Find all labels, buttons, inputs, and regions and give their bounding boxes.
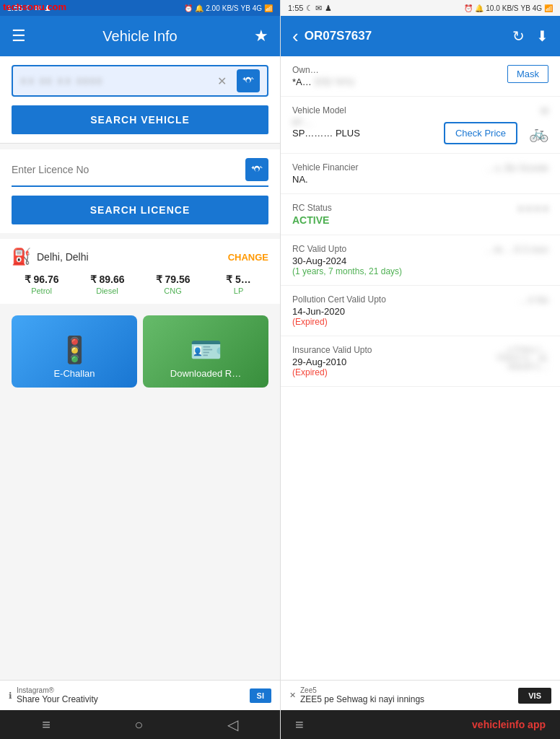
fuel-prices-row: ₹ 96.76 Petrol ₹ 89.66 Diesel ₹ 79.56 CN… (12, 274, 268, 295)
financier-right-blur: …s, Bo Scoote (486, 162, 548, 173)
lp-label: LP (209, 287, 268, 295)
cng-price: ₹ 79.56 CNG (143, 274, 203, 295)
insurance-row: Insurance Valid Upto 29-Aug-2010 (Expire… (281, 336, 560, 387)
vehicle-model-row: Vehicle Model H*… SP……… PLUS M Check Pri… (281, 97, 560, 154)
rc-valid-upto-row: RC Valid Upto 30-Aug-2024 (1 years, 7 mo… (281, 235, 560, 286)
rc-valid-duration: (1 years, 7 months, 21 days) (292, 266, 486, 276)
echallan-icon: 🚦 (58, 335, 91, 365)
rc-status-value: ACTIVE (292, 214, 518, 226)
ad-info-icon: ℹ (9, 691, 12, 701)
vehicle-model-value-blur1: H*… (292, 117, 444, 128)
left-panel: techsonu.com 1:55 ☾ ✉ ♟ ⏰🔔2.00KB/SYB 4G📶… (0, 0, 280, 739)
vehicle-model-value: SP……… PLUS (292, 128, 444, 139)
camera-scan-btn[interactable] (237, 69, 260, 92)
echallan-card[interactable]: 🚦 E-Challan (12, 315, 137, 388)
vehicle-reg-preview: XX 00 XX 0000 ✕ (12, 65, 268, 97)
fuel-location-text: Delhi, Delhi (37, 251, 89, 263)
vehicle-detail-content: Own… *A… S*D *A*U Mask Vehicle Model H*…… (281, 56, 560, 680)
fuel-location-left: ⛽ Delhi, Delhi (12, 248, 89, 266)
service-cards: 🚦 E-Challan 🪪 Downloaded R… (0, 310, 280, 393)
vehicle-model-right: M Check Price 🚲 (444, 105, 548, 144)
watermark: techsonu.com (0, 0, 69, 14)
ad-cta-button[interactable]: SI (250, 688, 271, 703)
licence-camera-btn[interactable] (245, 158, 268, 181)
rc-status-row: RC Status ACTIVE ● ● ● ● (281, 194, 560, 235)
insurance-status: (Expired) (292, 367, 476, 377)
fuel-section: ⛽ Delhi, Delhi CHANGE ₹ 96.76 Petrol ₹ 8… (0, 239, 280, 304)
reg-blur-text: XX 00 XX 0000 (20, 76, 103, 87)
petrol-price: ₹ 96.76 Petrol (12, 274, 71, 295)
right-header: ‹ OR07S7637 ↻ ⬇ (281, 16, 560, 56)
search-vehicle-button[interactable]: SEARCH VEHICLE (12, 105, 268, 134)
vehicle-financier-row: Vehicle Financier NA. …s, Bo Scoote (281, 154, 560, 194)
right-ad-source: Zee5 (300, 686, 424, 694)
vehicle-model-right-blur: M (541, 105, 548, 116)
petrol-label: Petrol (12, 287, 71, 295)
owner-value: *A… (292, 76, 312, 87)
right-ad-left: ✕ Zee5 ZEE5 pe Sehwag ki nayi innings (289, 686, 424, 704)
pollution-status: (Expired) (292, 317, 519, 327)
right-ad-banner: ✕ Zee5 ZEE5 pe Sehwag ki nayi innings VI… (281, 680, 560, 710)
vehicle-model-label: Vehicle Model (292, 105, 444, 115)
nav-home-icon[interactable]: ○ (134, 717, 143, 733)
owner-value-blurred: S*D *A*U (315, 76, 354, 87)
vehicle-search-section: XX 00 XX 0000 ✕ SEARCH VEHICLE (0, 56, 280, 144)
lp-price-value: ₹ 5… (209, 274, 268, 285)
lp-price: ₹ 5… LP (209, 274, 268, 295)
nav-back-icon[interactable]: ◁ (227, 716, 238, 733)
mask-button[interactable]: Mask (507, 65, 548, 83)
search-licence-button[interactable]: SEARCH LICENCE (12, 196, 268, 224)
pollution-left: Pollution Cert Valid Upto 14-Jun-2020 (E… (292, 294, 519, 327)
echallan-label: E-Challan (53, 368, 95, 379)
nav-menu-icon[interactable]: ≡ (42, 717, 51, 733)
right-nav-ham-icon[interactable]: ≡ (295, 717, 304, 733)
insurance-left: Insurance Valid Upto 29-Aug-2010 (Expire… (292, 345, 476, 377)
diesel-price-value: ₹ 89.66 (77, 274, 137, 285)
right-ad-close-icon[interactable]: ✕ (289, 691, 296, 700)
rc-valid-left: RC Valid Upto 30-Aug-2024 (1 years, 7 mo… (292, 244, 486, 276)
fuel-change-button[interactable]: CHANGE (228, 252, 268, 263)
plate-number-title: OR07S7637 (305, 29, 512, 43)
bike-icon: 🚲 (529, 124, 548, 143)
pollution-cert-row: Pollution Cert Valid Upto 14-Jun-2020 (E… (281, 286, 560, 336)
right-nav-bar: ≡ vehicleinfo app (281, 710, 560, 739)
diesel-price: ₹ 89.66 Diesel (77, 274, 137, 295)
ad-banner-left: ℹ Instagram® Share Your Creativity (9, 686, 98, 704)
app-header: ☰ Vehicle Info ★ (0, 16, 280, 56)
right-status-icons: ☾ ✉ ♟ (306, 4, 331, 13)
rc-valid-label: RC Valid Upto (292, 244, 486, 254)
owner-detail-left: Own… *A… S*D *A*U (292, 65, 507, 87)
fuel-pump-icon: ⛽ (12, 248, 31, 266)
pollution-label: Pollution Cert Valid Upto (292, 294, 519, 305)
download-icon[interactable]: ⬇ (536, 27, 548, 45)
cng-label: CNG (143, 287, 203, 295)
insurance-label: Insurance Valid Upto (292, 345, 476, 355)
downloaded-rc-card[interactable]: 🪪 Downloaded R… (143, 315, 268, 388)
right-header-icons: ↻ ⬇ (512, 27, 548, 45)
rc-status-left: RC Status ACTIVE (292, 203, 518, 226)
licence-input-row (12, 158, 268, 187)
back-button[interactable]: ‹ (292, 25, 299, 48)
rc-valid-right-blur: …te …9 3 mon (486, 244, 548, 255)
insurance-company-blur: …e Policy I… TOKIO G… AL INSUR C… (476, 345, 548, 371)
check-price-button[interactable]: Check Price (444, 122, 517, 144)
insurance-date: 29-Aug-2010 (292, 357, 476, 367)
fuel-location-row: ⛽ Delhi, Delhi CHANGE (12, 248, 268, 266)
financier-left: Vehicle Financier NA. (292, 162, 486, 185)
right-panel: 1:55 ☾ ✉ ♟ ⏰🔔10.0KB/SYB 4G📶 ‹ OR07S7637 … (280, 0, 560, 739)
star-icon[interactable]: ★ (254, 27, 268, 45)
vehicle-model-left: Vehicle Model H*… SP……… PLUS (292, 105, 444, 139)
pollution-date: 14-Jun-2020 (292, 306, 519, 317)
cng-price-value: ₹ 79.56 (143, 274, 203, 285)
pollution-right-blur: …rt No (519, 294, 548, 305)
right-ad-title: ZEE5 pe Sehwag ki nayi innings (300, 694, 424, 704)
right-status-right-icons: ⏰🔔10.0KB/SYB 4G📶 (464, 4, 553, 12)
right-ad-cta-button[interactable]: VIS (518, 688, 551, 704)
clear-icon[interactable]: ✕ (217, 74, 227, 88)
status-right-icons: ⏰🔔2.00KB/SYB 4G📶 (184, 4, 273, 12)
menu-icon[interactable]: ☰ (12, 27, 26, 45)
rc-valid-date: 30-Aug-2024 (292, 255, 486, 266)
licence-input[interactable] (12, 161, 240, 178)
financier-value: NA. (292, 174, 486, 185)
refresh-icon[interactable]: ↻ (512, 27, 525, 45)
